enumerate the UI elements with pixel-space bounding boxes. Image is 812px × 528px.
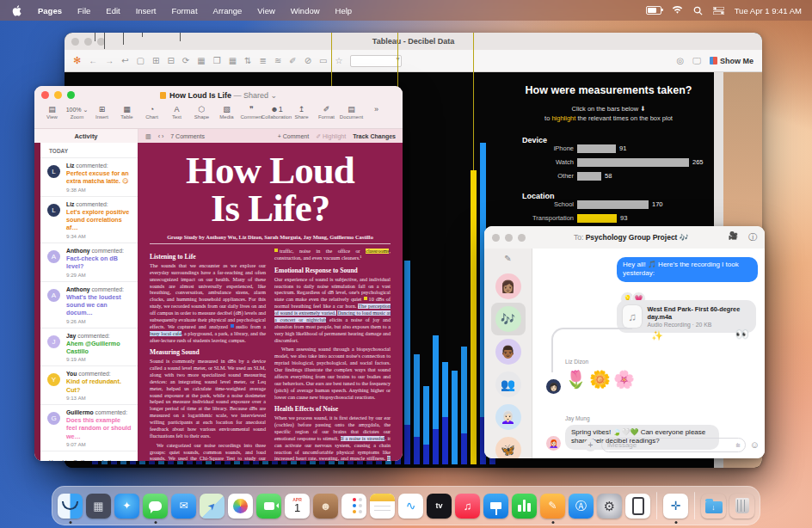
comment-marker[interactable] [274,249,278,252]
tableau-toolbar-icon-10[interactable]: ⇅ [244,56,251,65]
tableau-toolbar-icon-0[interactable]: ← [89,56,97,65]
dock-numbers-icon[interactable] [512,494,537,519]
tableau-toolbar-icon-1[interactable]: → [105,56,114,65]
battery-icon[interactable] [646,6,661,15]
dock-reminders-icon[interactable] [341,494,366,519]
compose-icon[interactable]: ✎ [504,254,511,263]
activity-sidebar[interactable]: TODAY LLiz commented:Perfect excuse for … [40,143,138,461]
pages-tool-table[interactable]: ▦Table [114,105,139,120]
bar-row-other[interactable]: Other58 [503,171,612,181]
pages-tool-chart[interactable]: ◔Chart [139,105,164,120]
info-icon[interactable]: ⓘ [748,231,757,243]
dock-messages-icon[interactable] [143,494,168,519]
pages-window[interactable]: How Loud Is Life — Shared ⌄ ▤View100% ⌄Z… [34,86,403,461]
dock-maps-icon[interactable]: ➤ [200,494,225,519]
comment-item[interactable]: LLiz commented:Let's explore positive so… [40,197,138,243]
pages-tool-shape[interactable]: ⬡Shape [189,105,214,120]
comment-item[interactable]: YYou commented:Kind of redundant. Cut?9:… [40,366,138,405]
tableau-toolbar-icon-11[interactable]: ≣ [260,56,267,65]
comment-item[interactable]: JJay commented:Ahem @Guillermo Castillo9… [40,328,138,367]
eyes-sticker[interactable]: 👀 [735,328,749,341]
add-attachment-button[interactable]: + [584,439,597,451]
boxplot-column[interactable] [469,72,478,464]
menu-window[interactable]: Window [283,6,328,15]
dock-finder-icon[interactable] [58,494,83,519]
toolbar-overflow-button[interactable]: » [364,105,389,114]
tableau-toolbar-icon-5[interactable]: ⊟ [167,56,174,65]
bar-row-school[interactable]: School170 [503,200,663,209]
menu-help[interactable]: Help [328,6,360,15]
tips-icon[interactable]: ◎ [677,56,685,65]
dock-notes-icon[interactable] [370,494,395,519]
bar-school[interactable] [577,200,649,209]
comment-item[interactable]: AAnthony commented:What's the loudest so… [40,282,138,328]
comment-item[interactable]: LLiz commented:Perfect excuse for an ext… [40,158,138,197]
tableau-toolbar-icon-16[interactable]: ☆ [335,56,343,65]
dock-tv-icon[interactable]: tv [427,494,452,519]
boxplot-column[interactable] [412,72,421,464]
conversation-item-1[interactable]: 🎶 [491,303,526,335]
presentation-mode-icon[interactable]: 🖵 [692,56,701,66]
dock-calendar-icon[interactable]: APR1 [285,494,310,519]
boxplot-column[interactable] [459,72,469,464]
pages-tool-document[interactable]: ▤Document [339,105,364,120]
document-page[interactable]: How LoudIs Life? Group Study by Anthony … [138,143,403,461]
dock-contacts-icon[interactable]: ☻ [313,494,338,519]
pages-tool-media[interactable]: ▧Media [214,105,239,120]
boxplot-column[interactable] [403,72,412,464]
dock-facetime-icon[interactable] [256,494,281,519]
dock-keynote-icon[interactable] [483,494,508,519]
dock-freeform-icon[interactable]: ∿ [398,494,423,519]
conversation-item-0[interactable]: 👩🏽 [491,270,526,303]
minimize-button[interactable] [505,234,513,242]
bar-row-watch[interactable]: Watch265 [503,157,704,167]
conversation-item-4[interactable]: 👩🏻‍🦳 [491,401,526,433]
tableau-toolbar-icon-15[interactable]: ▭ [319,56,327,65]
pages-toolbar[interactable]: ▤View100% ⌄Zoom⊞Insert▦Table◔ChartAText⬡… [34,104,403,129]
menu-view[interactable]: View [249,6,282,15]
wifi-icon[interactable] [672,6,683,15]
tableau-toolbar-icon-6[interactable]: ⟳ [182,56,189,65]
menu-format[interactable]: Format [163,6,205,15]
track-changes-button[interactable]: Track Changes [353,133,396,139]
comment-marker[interactable] [231,324,234,328]
pages-tool-insert[interactable]: ⊞Insert [89,105,114,120]
menu-insert[interactable]: Insert [128,6,164,15]
menu-edit[interactable]: Edit [98,6,127,15]
add-comment-button[interactable]: + Comment [278,133,309,139]
tableau-toolbar-icon-13[interactable]: ✐ [289,56,296,65]
apple-menu-icon[interactable] [12,5,22,16]
tableau-titlebar[interactable]: Tableau - Decibel Data [65,33,762,50]
audio-message-icon[interactable]: ılıı [735,441,739,449]
pages-titlebar[interactable]: How Loud Is Life — Shared ⌄ [34,86,403,104]
tableau-toolbar-icon-4[interactable]: ⊞ [152,56,159,65]
dock-trash-icon[interactable] [729,494,754,519]
menu-file[interactable]: File [70,6,98,15]
pages-tool-view[interactable]: ▤View [40,105,65,120]
boxplot-column[interactable] [421,72,431,464]
menu-arrange[interactable]: Arrange [206,6,250,15]
zoom-button[interactable] [518,234,526,242]
conversation-item-3[interactable]: 👥 [491,368,526,401]
comment-item[interactable]: AAnthony commented:Fact-check on dB leve… [40,243,138,282]
comment-marker[interactable] [364,297,367,300]
bar-transportation[interactable] [577,214,617,223]
comment-item[interactable]: GGuillermo commented:Does this example f… [40,405,138,451]
pages-tool-collaboration[interactable]: ☻1Collaboration [264,105,289,120]
boxplot-column[interactable] [431,72,440,464]
pages-tool-text[interactable]: AText [164,105,189,120]
facetime-video-icon[interactable]: 🎥 [729,231,738,243]
dock-app-store-icon[interactable]: Ⓐ [569,494,594,519]
bar-iphone[interactable] [577,144,616,153]
tableau-toolbar-icon-2[interactable]: ↩ [121,56,128,65]
messages-window[interactable]: To: Psychology Group Project 🎶 🎥 ⓘ ✎ 👩🏽🎶… [484,226,765,458]
conversation-item-2[interactable]: 👨🏾 [491,335,526,368]
boxplot-bar[interactable] [471,170,477,464]
show-me-button[interactable]: Show Me [710,57,754,65]
pages-tool-share[interactable]: ↥Share [289,105,314,120]
pages-tool-comment[interactable]: ❞Comment [239,105,264,120]
dock[interactable]: ▦✦✉➤APR1☻∿tv♫✎Ⓐ⚙✛ [52,486,760,525]
chat-area[interactable]: Hey all! 🎵 Here's the recording I took y… [532,249,765,458]
highlight-button[interactable]: ✐ Highlight [316,133,346,140]
highlighted-text[interactable]: busy local café [150,331,181,336]
